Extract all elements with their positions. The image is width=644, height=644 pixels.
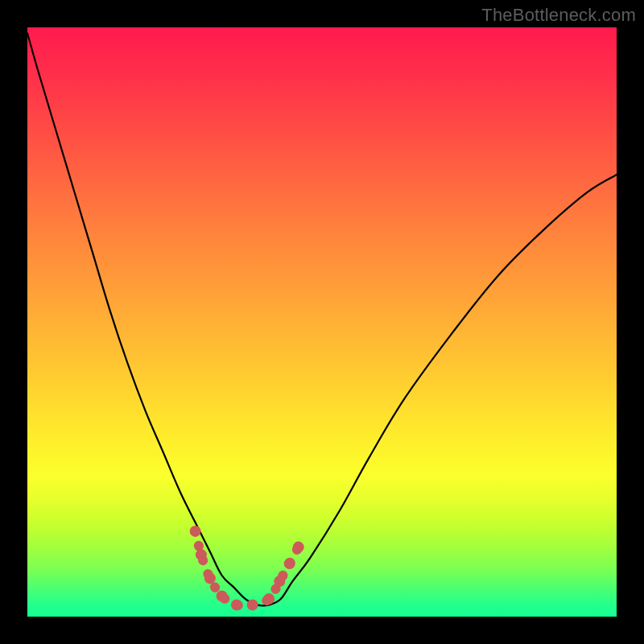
chart-frame: TheBottleneck.com xyxy=(0,0,644,644)
gradient-background xyxy=(27,27,617,617)
watermark-text: TheBottleneck.com xyxy=(481,5,636,26)
